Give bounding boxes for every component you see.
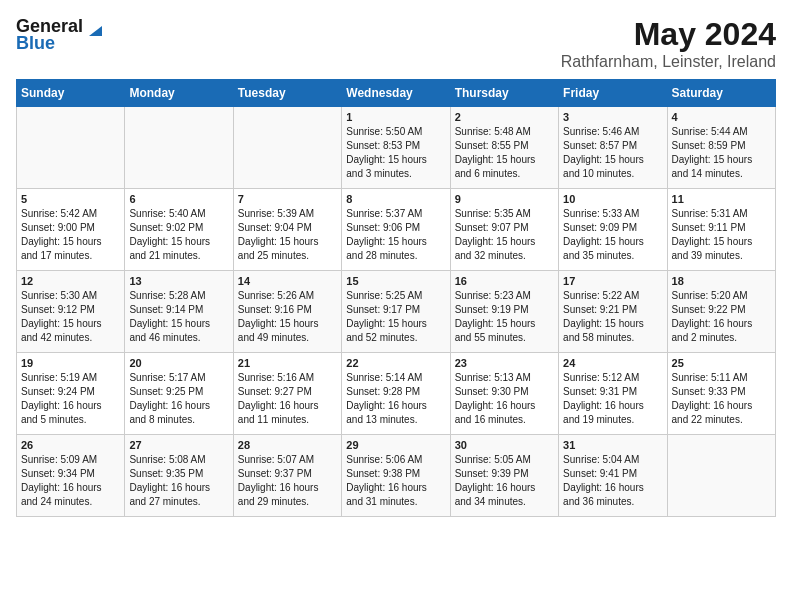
calendar-cell: 15Sunrise: 5:25 AM Sunset: 9:17 PM Dayli… [342,271,450,353]
calendar-header-row: SundayMondayTuesdayWednesdayThursdayFrid… [17,80,776,107]
calendar-cell: 17Sunrise: 5:22 AM Sunset: 9:21 PM Dayli… [559,271,667,353]
calendar-cell: 7Sunrise: 5:39 AM Sunset: 9:04 PM Daylig… [233,189,341,271]
calendar-cell: 31Sunrise: 5:04 AM Sunset: 9:41 PM Dayli… [559,435,667,517]
day-number: 23 [455,357,554,369]
title-area: May 2024 Rathfarnham, Leinster, Ireland [561,16,776,71]
calendar-cell: 21Sunrise: 5:16 AM Sunset: 9:27 PM Dayli… [233,353,341,435]
day-info: Sunrise: 5:19 AM Sunset: 9:24 PM Dayligh… [21,371,120,427]
calendar-cell: 28Sunrise: 5:07 AM Sunset: 9:37 PM Dayli… [233,435,341,517]
day-number: 26 [21,439,120,451]
day-info: Sunrise: 5:39 AM Sunset: 9:04 PM Dayligh… [238,207,337,263]
calendar-cell: 16Sunrise: 5:23 AM Sunset: 9:19 PM Dayli… [450,271,558,353]
day-info: Sunrise: 5:09 AM Sunset: 9:34 PM Dayligh… [21,453,120,509]
day-number: 6 [129,193,228,205]
main-title: May 2024 [561,16,776,53]
day-number: 3 [563,111,662,123]
logo: General Blue [16,16,102,54]
day-number: 29 [346,439,445,451]
calendar-cell [667,435,775,517]
day-info: Sunrise: 5:44 AM Sunset: 8:59 PM Dayligh… [672,125,771,181]
day-number: 5 [21,193,120,205]
calendar-cell: 23Sunrise: 5:13 AM Sunset: 9:30 PM Dayli… [450,353,558,435]
header-day-wednesday: Wednesday [342,80,450,107]
calendar-cell: 20Sunrise: 5:17 AM Sunset: 9:25 PM Dayli… [125,353,233,435]
day-number: 28 [238,439,337,451]
calendar-week-3: 12Sunrise: 5:30 AM Sunset: 9:12 PM Dayli… [17,271,776,353]
day-number: 11 [672,193,771,205]
logo-blue: Blue [16,33,55,54]
day-info: Sunrise: 5:25 AM Sunset: 9:17 PM Dayligh… [346,289,445,345]
day-number: 13 [129,275,228,287]
day-info: Sunrise: 5:42 AM Sunset: 9:00 PM Dayligh… [21,207,120,263]
day-number: 8 [346,193,445,205]
calendar-cell: 1Sunrise: 5:50 AM Sunset: 8:53 PM Daylig… [342,107,450,189]
header-day-monday: Monday [125,80,233,107]
day-number: 22 [346,357,445,369]
day-info: Sunrise: 5:11 AM Sunset: 9:33 PM Dayligh… [672,371,771,427]
svg-marker-0 [89,26,102,36]
calendar-cell: 5Sunrise: 5:42 AM Sunset: 9:00 PM Daylig… [17,189,125,271]
day-info: Sunrise: 5:07 AM Sunset: 9:37 PM Dayligh… [238,453,337,509]
day-number: 7 [238,193,337,205]
day-number: 1 [346,111,445,123]
header-day-saturday: Saturday [667,80,775,107]
calendar-cell: 24Sunrise: 5:12 AM Sunset: 9:31 PM Dayli… [559,353,667,435]
day-number: 19 [21,357,120,369]
calendar-cell [233,107,341,189]
day-info: Sunrise: 5:05 AM Sunset: 9:39 PM Dayligh… [455,453,554,509]
day-info: Sunrise: 5:13 AM Sunset: 9:30 PM Dayligh… [455,371,554,427]
day-info: Sunrise: 5:30 AM Sunset: 9:12 PM Dayligh… [21,289,120,345]
calendar-cell: 22Sunrise: 5:14 AM Sunset: 9:28 PM Dayli… [342,353,450,435]
day-number: 31 [563,439,662,451]
calendar-table: SundayMondayTuesdayWednesdayThursdayFrid… [16,79,776,517]
day-info: Sunrise: 5:20 AM Sunset: 9:22 PM Dayligh… [672,289,771,345]
day-number: 27 [129,439,228,451]
calendar-cell: 6Sunrise: 5:40 AM Sunset: 9:02 PM Daylig… [125,189,233,271]
day-info: Sunrise: 5:14 AM Sunset: 9:28 PM Dayligh… [346,371,445,427]
day-info: Sunrise: 5:35 AM Sunset: 9:07 PM Dayligh… [455,207,554,263]
day-number: 18 [672,275,771,287]
day-info: Sunrise: 5:46 AM Sunset: 8:57 PM Dayligh… [563,125,662,181]
calendar-cell: 27Sunrise: 5:08 AM Sunset: 9:35 PM Dayli… [125,435,233,517]
calendar-cell [17,107,125,189]
day-number: 20 [129,357,228,369]
calendar-cell: 4Sunrise: 5:44 AM Sunset: 8:59 PM Daylig… [667,107,775,189]
calendar-cell: 8Sunrise: 5:37 AM Sunset: 9:06 PM Daylig… [342,189,450,271]
calendar-week-1: 1Sunrise: 5:50 AM Sunset: 8:53 PM Daylig… [17,107,776,189]
calendar-week-5: 26Sunrise: 5:09 AM Sunset: 9:34 PM Dayli… [17,435,776,517]
day-info: Sunrise: 5:06 AM Sunset: 9:38 PM Dayligh… [346,453,445,509]
day-number: 2 [455,111,554,123]
day-number: 25 [672,357,771,369]
calendar-cell: 9Sunrise: 5:35 AM Sunset: 9:07 PM Daylig… [450,189,558,271]
day-info: Sunrise: 5:22 AM Sunset: 9:21 PM Dayligh… [563,289,662,345]
calendar-week-4: 19Sunrise: 5:19 AM Sunset: 9:24 PM Dayli… [17,353,776,435]
day-number: 12 [21,275,120,287]
day-info: Sunrise: 5:40 AM Sunset: 9:02 PM Dayligh… [129,207,228,263]
day-info: Sunrise: 5:37 AM Sunset: 9:06 PM Dayligh… [346,207,445,263]
calendar-cell: 13Sunrise: 5:28 AM Sunset: 9:14 PM Dayli… [125,271,233,353]
logo-icon [84,18,102,36]
calendar-cell: 11Sunrise: 5:31 AM Sunset: 9:11 PM Dayli… [667,189,775,271]
day-info: Sunrise: 5:04 AM Sunset: 9:41 PM Dayligh… [563,453,662,509]
calendar-cell [125,107,233,189]
day-number: 24 [563,357,662,369]
calendar-cell: 2Sunrise: 5:48 AM Sunset: 8:55 PM Daylig… [450,107,558,189]
day-number: 15 [346,275,445,287]
day-info: Sunrise: 5:08 AM Sunset: 9:35 PM Dayligh… [129,453,228,509]
calendar-cell: 25Sunrise: 5:11 AM Sunset: 9:33 PM Dayli… [667,353,775,435]
calendar-cell: 14Sunrise: 5:26 AM Sunset: 9:16 PM Dayli… [233,271,341,353]
header-day-sunday: Sunday [17,80,125,107]
header-day-friday: Friday [559,80,667,107]
day-info: Sunrise: 5:16 AM Sunset: 9:27 PM Dayligh… [238,371,337,427]
day-number: 10 [563,193,662,205]
day-info: Sunrise: 5:50 AM Sunset: 8:53 PM Dayligh… [346,125,445,181]
calendar-cell: 19Sunrise: 5:19 AM Sunset: 9:24 PM Dayli… [17,353,125,435]
day-info: Sunrise: 5:23 AM Sunset: 9:19 PM Dayligh… [455,289,554,345]
day-number: 14 [238,275,337,287]
calendar-cell: 12Sunrise: 5:30 AM Sunset: 9:12 PM Dayli… [17,271,125,353]
day-number: 16 [455,275,554,287]
header-day-tuesday: Tuesday [233,80,341,107]
day-info: Sunrise: 5:12 AM Sunset: 9:31 PM Dayligh… [563,371,662,427]
day-info: Sunrise: 5:26 AM Sunset: 9:16 PM Dayligh… [238,289,337,345]
calendar-cell: 3Sunrise: 5:46 AM Sunset: 8:57 PM Daylig… [559,107,667,189]
